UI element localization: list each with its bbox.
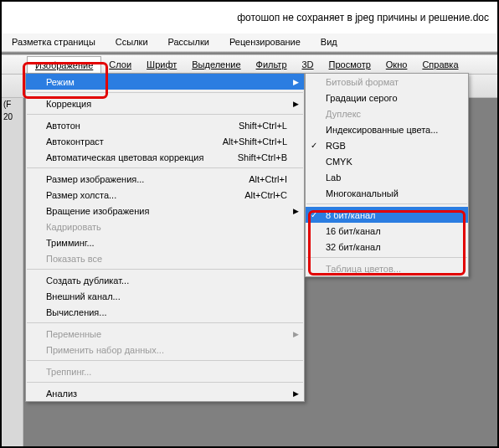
doc-label-2: 20 [2,111,23,123]
menu-separator [27,360,303,361]
menu-separator [27,167,303,168]
doc-label-1: (F [2,98,23,111]
mode-lab[interactable]: Lab [306,169,468,185]
ribbon-tab-links[interactable]: Ссылки [105,33,158,51]
menu-separator [306,257,467,258]
menu-item-analysis[interactable]: Анализ▶ [26,385,304,401]
window-titlebar: фотошоп не сохраняет в jpeg причины и ре… [2,2,497,33]
menu-image[interactable]: Изображение [27,56,101,74]
mode-submenu: Битовый формат Градации серого Дуплекс И… [305,73,469,277]
mode-color-table: Таблица цветов... [306,260,468,276]
menu-3d[interactable]: 3D [295,56,322,73]
menu-item-apply-image[interactable]: Внешний канал... [26,288,304,304]
menu-item-image-rotation[interactable]: Вращение изображения▶ [26,203,304,219]
mode-indexed[interactable]: Индексированные цвета... [306,121,468,137]
menu-separator [27,92,303,93]
menu-separator [27,382,303,383]
menu-item-canvas-size[interactable]: Размер холста...Alt+Ctrl+C [26,187,304,203]
ribbon-tab-layout[interactable]: Разметка страницы [2,33,105,51]
menu-item-mode[interactable]: Режим▶ [26,74,304,90]
menu-item-trim[interactable]: Тримминг... [26,234,304,250]
chevron-right-icon: ▶ [293,207,299,215]
menu-separator [27,269,303,270]
image-menu-dropdown: Режим▶ Коррекция▶ АвтотонShift+Ctrl+L Ав… [25,73,305,402]
mode-bitmap: Битовый формат [306,74,468,90]
mode-duotone: Дуплекс [306,106,468,121]
menu-item-image-size[interactable]: Размер изображения...Alt+Ctrl+I [26,171,304,187]
window-title: фотошоп не сохраняет в jpeg причины и ре… [237,12,489,23]
menu-item-auto-contrast[interactable]: АвтоконтрастAlt+Shift+Ctrl+L [26,133,304,149]
menu-item-apply-dataset: Применить набор данных... [26,342,304,358]
menu-separator [27,322,303,323]
ribbon-tab-mailings[interactable]: Рассылки [158,33,219,51]
menu-item-reveal-all: Показать все [26,250,304,266]
menu-separator [306,203,467,204]
menu-filter[interactable]: Фильтр [249,56,295,73]
document-tab-strip: (F 20 [2,98,23,446]
menu-select[interactable]: Выделение [184,56,248,73]
chevron-right-icon: ▶ [293,389,299,398]
menu-layers[interactable]: Слои [101,56,139,73]
mode-8bit[interactable]: ✓8 бит/канал [306,207,468,223]
shortcut: Shift+Ctrl+L [239,121,287,131]
mode-grayscale[interactable]: Градации серого [306,90,468,106]
checkmark-icon: ✓ [311,210,317,219]
menu-window[interactable]: Окно [378,56,415,73]
menu-item-auto-color[interactable]: Автоматическая цветовая коррекцияShift+C… [26,149,304,165]
menu-item-variables: Переменные▶ [26,326,304,342]
shortcut: Alt+Ctrl+I [249,174,287,184]
menu-item-crop: Кадрировать [26,219,304,234]
menu-view[interactable]: Просмотр [322,56,378,73]
menu-item-adjustments[interactable]: Коррекция▶ [26,95,304,111]
chevron-right-icon: ▶ [293,100,299,108]
mode-multichannel[interactable]: Многоканальный [306,185,468,201]
checkmark-icon: ✓ [311,141,317,150]
menu-item-trap: Треппинг... [26,363,304,379]
ribbon-tab-review[interactable]: Рецензирование [219,33,311,51]
menu-item-calculations[interactable]: Вычисления... [26,304,304,320]
mode-16bit[interactable]: 16 бит/канал [306,223,468,239]
mode-cmyk[interactable]: CMYK [306,153,468,169]
chevron-right-icon: ▶ [293,78,299,86]
menu-separator [27,114,303,115]
chevron-right-icon: ▶ [293,330,299,338]
shortcut: Alt+Ctrl+C [244,190,287,200]
menu-item-duplicate[interactable]: Создать дубликат... [26,272,304,288]
menu-type[interactable]: Шрифт [139,56,184,73]
shortcut: Shift+Ctrl+B [238,152,287,162]
shortcut: Alt+Shift+Ctrl+L [223,136,287,147]
ribbon-tab-view[interactable]: Вид [311,33,347,51]
menu-item-auto-tone[interactable]: АвтотонShift+Ctrl+L [26,117,304,133]
mode-32bit[interactable]: 32 бит/канал [306,239,468,255]
menu-help[interactable]: Справка [414,56,466,73]
word-menubar: Разметка страницы Ссылки Рассылки Реценз… [2,33,497,52]
mode-rgb[interactable]: ✓RGB [306,137,468,153]
photoshop-menubar: Изображение Слои Шрифт Выделение Фильтр … [2,54,497,75]
